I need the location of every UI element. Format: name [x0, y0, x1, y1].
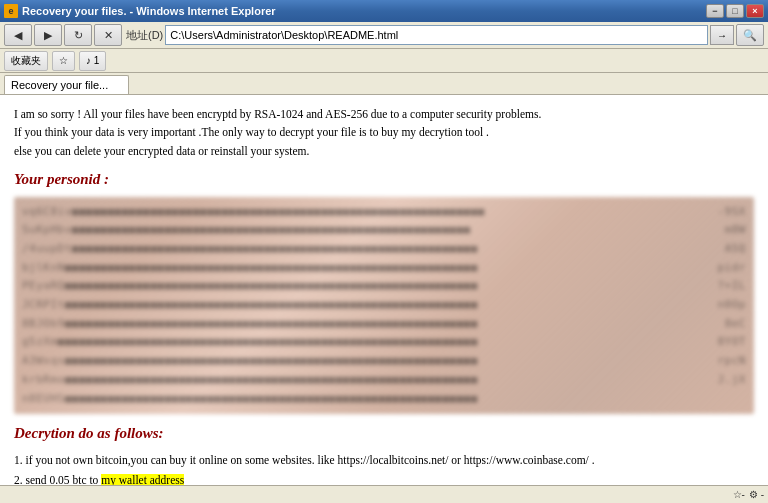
steps-list: 1. if you not own bitcoin,you can buy it…	[14, 451, 754, 486]
personid-row: 8BJOb9■■■■■■■■■■■■■■■■■■■■■■■■■■■■■■■■■■…	[22, 315, 746, 334]
section1-title: Your personid :	[14, 168, 754, 191]
forward-button[interactable]: ▶	[34, 24, 62, 46]
intro-line1: I am so sorry ! All your files have been…	[14, 108, 541, 120]
step-2: 2. send 0.05 btc to my wallet address	[14, 471, 754, 486]
minimize-button[interactable]: −	[706, 4, 724, 18]
personid-row: JCRPIt■■■■■■■■■■■■■■■■■■■■■■■■■■■■■■■■■■…	[22, 296, 746, 315]
go-button[interactable]: →	[710, 25, 734, 45]
search-icon[interactable]: 🔍	[736, 24, 764, 46]
maximize-button[interactable]: □	[726, 4, 744, 18]
stop-button[interactable]: ✕	[94, 24, 122, 46]
intro-line2: If you think your data is very important…	[14, 126, 489, 138]
toolbar: 收藏夹 ☆ ♪ 1	[0, 49, 768, 73]
favorites-button[interactable]: 收藏夹	[4, 51, 48, 71]
personid-row: vq6C8iv■■■■■■■■■■■■■■■■■■■■■■■■■■■■■■■■■…	[22, 203, 746, 222]
section2-title: Decrytion do as follows:	[14, 422, 754, 445]
personid-row: PEyaRQ■■■■■■■■■■■■■■■■■■■■■■■■■■■■■■■■■■…	[22, 277, 746, 296]
address-label: 地址(D)	[126, 28, 163, 43]
personid-row: g5zXm■■■■■■■■■■■■■■■■■■■■■■■■■■■■■■■■■■■…	[22, 333, 746, 352]
back-button[interactable]: ◀	[4, 24, 32, 46]
tab-bar: Recovery your file...	[0, 73, 768, 95]
address-bar-area: ◀ ▶ ↻ ✕ 地址(D) → 🔍	[0, 22, 768, 49]
step-1: 1. if you not own bitcoin,you can buy it…	[14, 451, 754, 469]
current-tab[interactable]: Recovery your file...	[4, 75, 129, 94]
status-icons: ☆- ⚙ -	[733, 489, 764, 500]
content-area: I am so sorry ! All your files have been…	[0, 95, 768, 486]
window-title: Recovery your files. - Windows Internet …	[22, 5, 706, 17]
personid-row: n8EUHS■■■■■■■■■■■■■■■■■■■■■■■■■■■■■■■■■■…	[22, 390, 746, 409]
feeds-button[interactable]: ♪ 1	[79, 51, 106, 71]
personid-row: krbRmo■■■■■■■■■■■■■■■■■■■■■■■■■■■■■■■■■■…	[22, 371, 746, 390]
refresh-button[interactable]: ↻	[64, 24, 92, 46]
window-controls: − □ ×	[706, 4, 764, 18]
tab-label: Recovery your file...	[11, 79, 108, 91]
close-button[interactable]: ×	[746, 4, 764, 18]
personid-row: /4uupDt■■■■■■■■■■■■■■■■■■■■■■■■■■■■■■■■■…	[22, 240, 746, 259]
title-bar: e Recovery your files. - Windows Interne…	[0, 0, 768, 22]
personid-row: SuKpHbv■■■■■■■■■■■■■■■■■■■■■■■■■■■■■■■■■…	[22, 221, 746, 240]
intro-line3: else you can delete your encrypted data …	[14, 145, 309, 157]
intro-paragraph: I am so sorry ! All your files have been…	[14, 105, 754, 160]
settings-icon[interactable]: ⚙ -	[749, 489, 764, 500]
address-input[interactable]	[165, 25, 708, 45]
add-favorites-button[interactable]: ☆	[52, 51, 75, 71]
browser-icon: e	[4, 4, 18, 18]
personid-row: bjlKnN■■■■■■■■■■■■■■■■■■■■■■■■■■■■■■■■■■…	[22, 259, 746, 278]
personid-row: A3Wxqs■■■■■■■■■■■■■■■■■■■■■■■■■■■■■■■■■■…	[22, 352, 746, 371]
protected-mode-icon[interactable]: ☆-	[733, 489, 745, 500]
status-bar: ☆- ⚙ -	[0, 485, 768, 503]
personid-block: vq6C8iv■■■■■■■■■■■■■■■■■■■■■■■■■■■■■■■■■…	[14, 197, 754, 415]
